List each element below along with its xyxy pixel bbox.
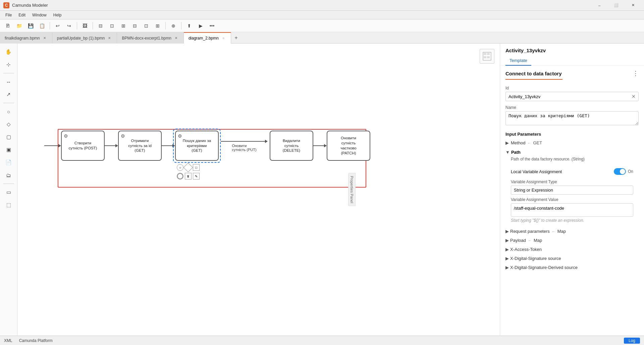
hand-tool[interactable]: ✋ xyxy=(2,46,15,58)
create-data-store[interactable]: 🗂 xyxy=(2,169,15,181)
section-menu-button[interactable]: ⋮ xyxy=(633,70,639,77)
local-var-label: Local Variable Assignment xyxy=(511,169,562,174)
task-create-entity[interactable]: ⚙ Створитисутність (POST) xyxy=(61,131,105,161)
var-assign-value-input[interactable] xyxy=(514,206,630,211)
run-button[interactable]: ▶ xyxy=(196,21,206,30)
request-params-label: Request parameters xyxy=(510,229,550,234)
id-input[interactable] xyxy=(508,94,632,99)
more-button[interactable]: ••• xyxy=(207,21,217,30)
tab-close-diagram2[interactable]: ○ xyxy=(221,36,226,41)
create-gateway[interactable]: ◇ xyxy=(2,119,15,130)
statusbar: XML Camunda Platform Log xyxy=(0,336,644,345)
method-row: ▶ Method ← GET xyxy=(500,139,644,147)
upload-button[interactable]: ⬆ xyxy=(184,21,194,30)
create-task[interactable]: ▢ xyxy=(2,131,15,143)
task-label-6: Оновитисутністьчастково(PATCH) xyxy=(340,136,356,156)
create-pool[interactable]: ▭ xyxy=(2,187,15,198)
tab-close-finalkdiagram[interactable]: ✕ xyxy=(42,36,47,41)
save-button[interactable]: 💾 xyxy=(25,21,36,30)
task-delete-entity[interactable]: Видалитисутність(DELETE) xyxy=(270,131,313,161)
tab-finalkdiagram[interactable]: finalkdiagram.bpmn ✕ xyxy=(0,32,52,44)
var-assign-value-label: Variable Assignment Value xyxy=(511,197,633,202)
create-event[interactable]: ○ xyxy=(2,106,15,117)
separator-4 xyxy=(165,22,166,29)
menu-edit[interactable]: Edit xyxy=(16,12,28,18)
name-label: Name xyxy=(505,105,639,110)
x-digital-sig-derived-label: X-Digital-Signature-Derived source xyxy=(510,265,578,270)
tab-close-partialupdate[interactable]: ✕ xyxy=(107,36,112,41)
id-clear-button[interactable]: ✕ xyxy=(632,94,636,99)
lt-sep-1 xyxy=(3,73,14,73)
var-assign-value-wrapper xyxy=(511,203,633,217)
x-access-token-label: X-Access-Token xyxy=(510,247,542,252)
task-label-5: Видалитисутність(DELETE) xyxy=(283,138,300,153)
create-group[interactable]: ⬚ xyxy=(2,199,15,211)
properties-panel: Activity_13yvkzv Template Connect to dat… xyxy=(500,44,644,336)
tab-template[interactable]: Template xyxy=(505,56,531,66)
expression-hint: Start typing "${}" to create an expressi… xyxy=(511,217,633,223)
log-button[interactable]: Log xyxy=(624,338,640,344)
space-tool[interactable]: ↔ xyxy=(2,76,15,87)
separator-5 xyxy=(181,22,181,29)
lasso-tool[interactable]: ⊹ xyxy=(2,59,15,70)
name-input[interactable]: Пошук даних за критеріями (GET) xyxy=(505,111,639,125)
x-digital-sig-derived-row[interactable]: ▶ X-Digital-Signature-Derived source xyxy=(500,263,644,272)
align-right-button[interactable]: ⊞ xyxy=(118,21,128,30)
section-connect-header: Connect to data factory ⋮ xyxy=(500,66,644,79)
gear-icon-3: ⚙ xyxy=(178,133,182,139)
close-button[interactable]: ✕ xyxy=(625,0,641,11)
window-controls: – ⬜ ✕ xyxy=(592,0,641,11)
minimize-button[interactable]: – xyxy=(592,0,607,11)
local-var-toggle[interactable] xyxy=(614,168,626,175)
svg-rect-3 xyxy=(484,56,486,58)
svg-rect-2 xyxy=(487,53,490,55)
tab-label: diagram_2.bpmn xyxy=(189,36,219,41)
align-top-button[interactable]: ⊟ xyxy=(130,21,140,30)
request-params-row[interactable]: ▶ Request parameters ← Map xyxy=(500,227,644,236)
task-label-1: Створитисутність (POST) xyxy=(69,141,97,151)
tab-bpmn-docx[interactable]: BPMN-docx-excerpt1.bpmn ✕ xyxy=(117,32,183,44)
properties-panel-toggle[interactable]: Properties Panel xyxy=(348,173,356,206)
new-file-button[interactable]: 🖹 xyxy=(3,21,13,30)
menu-window[interactable]: Window xyxy=(30,12,49,18)
tab-add-button[interactable]: + xyxy=(231,32,241,44)
left-toolbar: ✋ ⊹ ↔ ↗ ○ ◇ ▢ ▣ 📄 🗂 ▭ ⬚ xyxy=(0,44,17,336)
align-center-button[interactable]: ⊡ xyxy=(107,21,117,30)
tab-close-bpmn-docx[interactable]: ✕ xyxy=(173,36,179,41)
var-assign-type-select[interactable]: String or Expression xyxy=(511,186,633,195)
path-header[interactable]: ▼ Path xyxy=(505,148,639,156)
separator-3 xyxy=(93,22,93,29)
align-middle-button[interactable]: ⊡ xyxy=(141,21,151,30)
x-access-token-chevron: ▶ xyxy=(505,247,509,252)
tabs-bar: finalkdiagram.bpmn ✕ partialUpdate_bp (1… xyxy=(0,32,644,44)
minimap[interactable] xyxy=(480,49,494,64)
payload-row[interactable]: ▶ Payload ← Map xyxy=(500,236,644,245)
xml-label[interactable]: XML xyxy=(4,338,12,343)
task-get-entity-by-id[interactable]: ⚙ Отриматисутність за id(GET) xyxy=(118,131,162,161)
menu-file[interactable]: File xyxy=(3,12,14,18)
align-bottom-button[interactable]: ⊞ xyxy=(153,21,163,30)
create-subprocess[interactable]: ▣ xyxy=(2,144,15,155)
maximize-button[interactable]: ⬜ xyxy=(608,0,624,11)
menu-help[interactable]: Help xyxy=(51,12,64,18)
request-params-chevron: ▶ xyxy=(505,229,509,234)
tab-diagram2[interactable]: diagram_2.bpmn ○ xyxy=(184,32,231,44)
lt-sep-2 xyxy=(3,103,14,103)
align-left-button[interactable]: ⊟ xyxy=(96,21,106,30)
tab-partialupdate[interactable]: partialUpdate_bp (1).bpmn ✕ xyxy=(52,32,117,44)
task-search-criteria[interactable]: ⚙ Пошук даних закритеріями(GET) xyxy=(175,131,219,161)
connect-tool[interactable]: ↗ xyxy=(2,89,15,100)
x-digital-sig-row[interactable]: ▶ X-Digital-Signature source xyxy=(500,254,644,263)
task-patch-entity[interactable]: Оновитисутністьчастково(PATCH) xyxy=(327,131,370,161)
deploy-button[interactable]: 🖼 xyxy=(80,21,90,30)
create-data-object[interactable]: 📄 xyxy=(2,157,15,168)
method-chevron[interactable]: ▶ xyxy=(505,140,509,145)
canvas[interactable]: ⚙ Створитисутність (POST) ⚙ Отриматисутн… xyxy=(17,44,500,336)
x-digital-sig-label: X-Digital-Signature source xyxy=(510,256,561,261)
distribute-h-button[interactable]: ⊕ xyxy=(168,21,178,30)
save-as-button[interactable]: 📋 xyxy=(37,21,47,30)
open-file-button[interactable]: 📁 xyxy=(14,21,24,30)
redo-button[interactable]: ↪ xyxy=(64,21,74,30)
undo-button[interactable]: ↩ xyxy=(53,21,63,30)
x-access-token-row[interactable]: ▶ X-Access-Token xyxy=(500,245,644,254)
